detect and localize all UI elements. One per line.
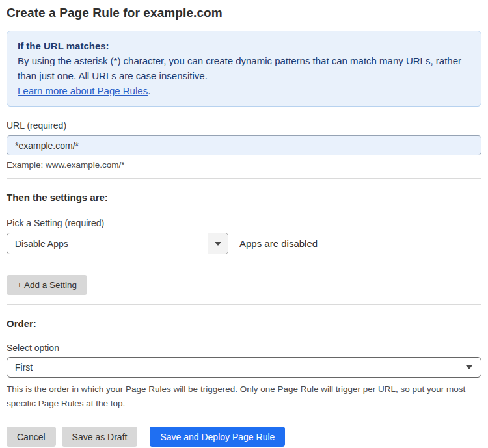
settings-heading: Then the settings are: bbox=[7, 192, 481, 203]
order-help-text: This is the order in which your Page Rul… bbox=[7, 382, 481, 411]
url-match-info-box: If the URL matches: By using the asteris… bbox=[7, 31, 481, 107]
setting-row: Disable Apps Apps are disabled bbox=[7, 233, 481, 254]
footer-divider bbox=[7, 417, 481, 417]
order-select-arrow-holder bbox=[466, 365, 481, 369]
order-select-label: Select option bbox=[7, 343, 481, 353]
section-divider bbox=[7, 304, 481, 305]
section-divider bbox=[7, 178, 481, 179]
add-setting-button[interactable]: + Add a Setting bbox=[7, 275, 87, 295]
save-and-deploy-button[interactable]: Save and Deploy Page Rule bbox=[150, 427, 285, 447]
order-select[interactable]: First bbox=[7, 357, 481, 378]
setting-select-value: Disable Apps bbox=[7, 233, 208, 254]
setting-select[interactable]: Disable Apps bbox=[7, 233, 228, 254]
footer-actions: Cancel Save as Draft Save and Deploy Pag… bbox=[7, 427, 481, 447]
url-input[interactable] bbox=[7, 135, 481, 155]
info-box-body: By using the asterisk (*) character, you… bbox=[18, 53, 470, 83]
url-field-label: URL (required) bbox=[7, 120, 481, 131]
url-example-text: Example: www.example.com/* bbox=[7, 160, 481, 170]
pick-setting-label: Pick a Setting (required) bbox=[7, 218, 481, 228]
chevron-down-icon bbox=[215, 242, 221, 246]
link-period: . bbox=[148, 85, 150, 96]
cancel-button[interactable]: Cancel bbox=[7, 427, 56, 447]
order-heading: Order: bbox=[7, 318, 481, 329]
info-box-heading: If the URL matches: bbox=[18, 38, 470, 53]
order-select-value: First bbox=[7, 362, 466, 373]
chevron-down-icon bbox=[466, 365, 472, 369]
learn-more-link[interactable]: Learn more about Page Rules bbox=[18, 85, 148, 96]
setting-status-text: Apps are disabled bbox=[239, 238, 318, 249]
save-as-draft-button[interactable]: Save as Draft bbox=[62, 427, 138, 447]
page-title: Create a Page Rule for example.com bbox=[7, 6, 481, 20]
info-box-link-line: Learn more about Page Rules. bbox=[18, 83, 470, 98]
setting-select-arrow-button[interactable] bbox=[208, 233, 228, 254]
